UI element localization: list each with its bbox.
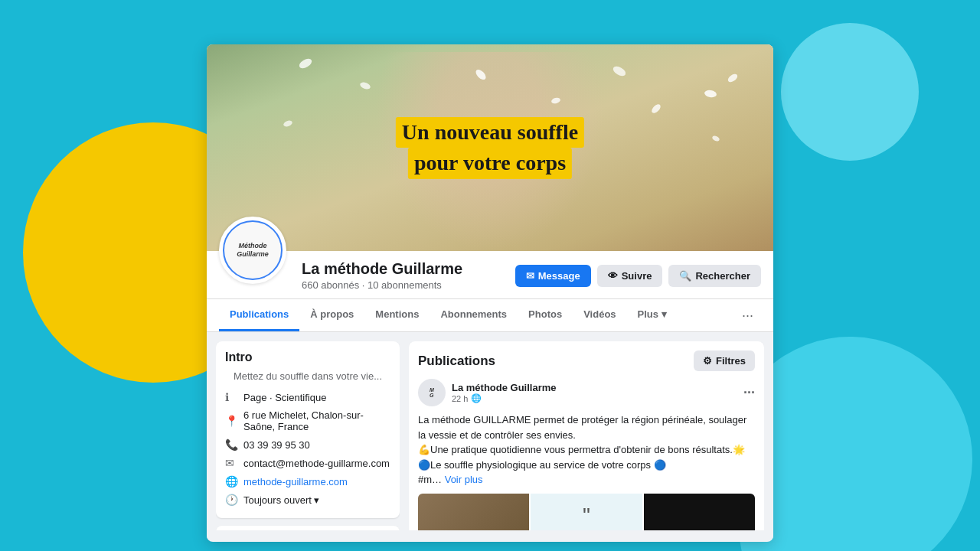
publications-title: Publications (418, 354, 495, 369)
tab-abonnements[interactable]: Abonnements (430, 299, 518, 331)
post-header: MG La méthode Guillarme 22 h 🌐 ··· (418, 379, 755, 406)
post-meta: 22 h 🌐 (452, 393, 557, 403)
profile-stats: 660 abonnés · 10 abonnements (302, 279, 462, 291)
photos-card: Photos Toutes les photos (216, 526, 400, 530)
bg-cyan-top-right (781, 23, 919, 161)
tab-apropos[interactable]: À propos (299, 299, 364, 331)
rechercher-button[interactable]: 🔍 Rechercher (668, 265, 761, 287)
suivre-icon: 👁 (608, 270, 618, 282)
tab-plus[interactable]: Plus ▾ (627, 299, 678, 331)
cover-title: Un nouveau souffle pour votre corps (396, 117, 584, 179)
globe-icon: 🌐 (225, 475, 237, 487)
post-text-line1: La méthode GUILLARME permet de protéger … (418, 412, 755, 442)
cover-title-line2: pour votre corps (408, 148, 572, 178)
cover-title-line1: Un nouveau souffle (396, 117, 584, 148)
rechercher-icon: 🔍 (679, 270, 691, 282)
email-icon: ✉ (225, 457, 237, 469)
post-text: La méthode GUILLARME permet de protéger … (418, 412, 755, 487)
post-more-button[interactable]: ··· (743, 385, 755, 401)
post-media: " Mme M.C 08/06/2022 (418, 494, 755, 531)
location-icon: 📍 (225, 415, 237, 427)
left-sidebar: Intro Mettez du souffle dans votre vie..… (216, 341, 400, 530)
post-globe-icon: 🌐 (471, 393, 482, 403)
publications-header: Publications ⚙ Filtres (418, 350, 755, 371)
post-author-details: La méthode Guillarme 22 h 🌐 (452, 382, 557, 403)
intro-item-type: ℹ Page · Scientifique (225, 388, 390, 406)
clock-icon: 🕐 (225, 494, 237, 506)
intro-description: Mettez du souffle dans votre vie... (225, 370, 390, 382)
intro-item-website[interactable]: 🌐 methode-guillarme.com (225, 472, 390, 491)
cover-title-text: Un nouveau souffle pour votre corps (396, 117, 584, 179)
media-item-dark[interactable] (644, 494, 755, 531)
message-button[interactable]: ✉ Message (515, 265, 591, 287)
profile-name: La méthode Guillarme (302, 260, 462, 278)
profile-info: La méthode Guillarme 660 abonnés · 10 ab… (219, 251, 761, 298)
post-text-line3: 🔵Le souffle physiologique au service de … (418, 458, 755, 473)
phone-icon: 📞 (225, 439, 237, 451)
post-text-line2: 💪Une pratique quotidienne vous permettra… (418, 442, 755, 458)
profile-section: MéthodeGuillarme La méthode Guillarme 66… (207, 251, 773, 299)
cover-photo: Un nouveau souffle pour votre corps (207, 44, 773, 251)
voir-plus-link[interactable]: Voir plus (445, 474, 483, 485)
suivre-button[interactable]: 👁 Suivre (597, 265, 663, 287)
profile-avatar: MéthodeGuillarme (219, 217, 286, 284)
nav-more-button[interactable]: ··· (734, 302, 761, 330)
info-icon: ℹ (225, 391, 237, 403)
tab-mentions[interactable]: Mentions (364, 299, 430, 331)
avatar-inner: MéthodeGuillarme (223, 220, 283, 280)
post-time: 22 h (452, 394, 468, 403)
right-feed: Publications ⚙ Filtres MG (409, 341, 764, 530)
content-area: Intro Mettez du souffle dans votre vie..… (207, 332, 773, 540)
filtres-button[interactable]: ⚙ Filtres (694, 350, 755, 371)
post-avatar: MG (418, 379, 446, 406)
tab-videos[interactable]: Vidéos (573, 299, 626, 331)
post-text-line4: #m… Voir plus (418, 472, 755, 487)
intro-title: Intro (225, 350, 390, 364)
website-link[interactable]: methode-guillarme.com (243, 476, 348, 487)
media-item-photo[interactable] (418, 494, 529, 531)
tab-publications[interactable]: Publications (219, 299, 299, 331)
intro-item-phone: 📞 03 39 39 95 30 (225, 435, 390, 454)
publications-card: Publications ⚙ Filtres MG (409, 341, 764, 530)
intro-item-address: 📍 6 rue Michelet, Chalon-sur-Saône, Fran… (225, 406, 390, 435)
intro-card: Intro Mettez du souffle dans votre vie..… (216, 341, 400, 518)
intro-item-hours[interactable]: 🕐 Toujours ouvert ▾ (225, 491, 390, 509)
filtres-icon: ⚙ (703, 355, 712, 367)
testimonial-name: Mme M.C (564, 530, 608, 530)
profile-actions: ✉ Message 👁 Suivre 🔍 Rechercher (515, 265, 761, 287)
message-icon: ✉ (526, 270, 534, 282)
intro-item-email: ✉ contact@methode-guillarme.com (225, 454, 390, 472)
post-author: MG La méthode Guillarme 22 h 🌐 (418, 379, 557, 406)
nav-tabs: Publications À propos Mentions Abonnemen… (207, 299, 773, 332)
profile-details: La méthode Guillarme 660 abonnés · 10 ab… (302, 260, 462, 291)
media-item-testimonial[interactable]: " Mme M.C 08/06/2022 (531, 494, 642, 531)
quote-mark: " (583, 505, 590, 527)
avatar-logo-text: MéthodeGuillarme (237, 242, 269, 259)
post-item: MG La méthode Guillarme 22 h 🌐 ··· (418, 379, 755, 530)
tab-photos[interactable]: Photos (518, 299, 573, 331)
post-author-name: La méthode Guillarme (452, 382, 557, 393)
facebook-page-container: Un nouveau souffle pour votre corps Méth… (207, 44, 773, 542)
